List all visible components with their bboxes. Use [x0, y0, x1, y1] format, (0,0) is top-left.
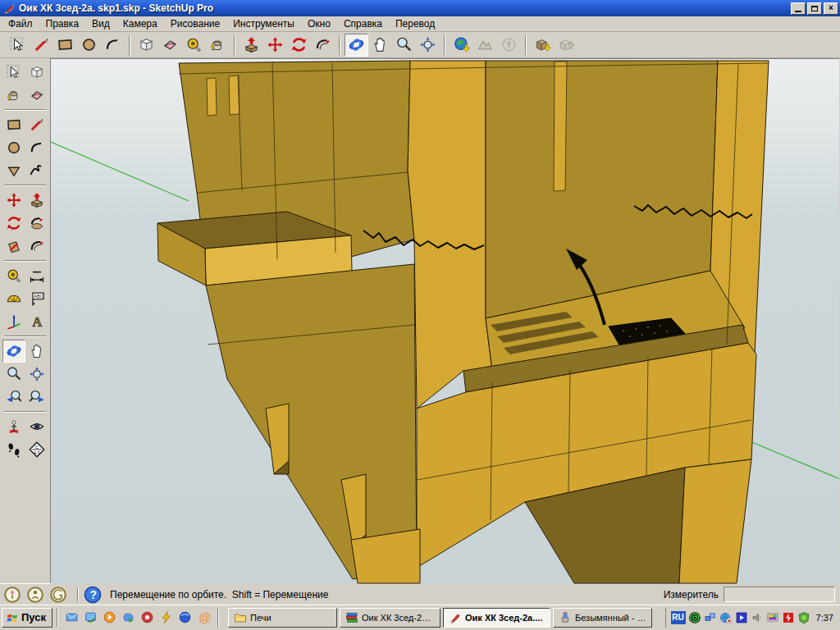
eraser-palette-button[interactable] [25, 84, 48, 107]
measurement-input[interactable] [724, 587, 835, 602]
text-palette-button[interactable]: ABC [25, 287, 48, 310]
zoom-previous-palette-button[interactable] [2, 386, 25, 409]
zoom-icon [6, 366, 22, 382]
make-component-tool-button[interactable] [135, 34, 158, 57]
quicklaunch-messenger[interactable] [84, 610, 98, 624]
model-author-status-button[interactable] [26, 586, 44, 604]
language-indicator[interactable]: RU [671, 611, 686, 624]
taskbar-task-4[interactable]: Безымянный - Paint [553, 608, 652, 628]
arc-palette-button[interactable] [25, 136, 48, 159]
restore-icon [811, 6, 818, 11]
arc-tool-button[interactable] [101, 34, 125, 57]
tray-blue-play[interactable] [735, 611, 748, 624]
claim-credit-status-button[interactable] [3, 586, 21, 604]
walk-palette-button[interactable] [2, 438, 25, 461]
menu-2[interactable]: Правка [39, 16, 86, 31]
restore-button[interactable] [807, 2, 822, 15]
protractor-palette-button[interactable] [2, 287, 25, 310]
pan-palette-button[interactable] [25, 340, 48, 363]
quicklaunch-outlook-express[interactable] [65, 610, 79, 624]
tray-globe-offline[interactable] [719, 611, 733, 624]
offset-tool-button[interactable] [311, 34, 335, 57]
paint-bucket-tool-button[interactable] [206, 34, 230, 57]
push-pull-palette-button[interactable] [25, 189, 48, 212]
clock: 7:37 [813, 613, 838, 623]
circle-palette-button[interactable] [2, 136, 25, 159]
line-palette-button[interactable] [25, 113, 48, 136]
help-icon[interactable]: ? [84, 586, 102, 604]
toggle-terrain-tool-button[interactable] [473, 34, 497, 57]
position-camera-palette-button[interactable] [2, 415, 25, 438]
select-palette-button[interactable] [2, 61, 25, 84]
model-viewport[interactable] [51, 58, 839, 583]
taskbar-task-3[interactable]: Оик ХК 3сед-2а.... [443, 608, 550, 628]
taskbar-task-1[interactable]: Печи [228, 608, 337, 628]
rectangle-palette-button[interactable] [2, 113, 25, 136]
quicklaunch-media-player[interactable] [103, 610, 116, 624]
paint-bucket-palette-button[interactable] [2, 84, 25, 107]
tray-red-lightning[interactable] [782, 611, 795, 624]
minimize-button[interactable] [791, 2, 806, 15]
taskbar-task-2[interactable]: Оик ХК 3сед-2а. ... [340, 608, 441, 628]
circle-tool-button[interactable] [77, 34, 101, 57]
tape-measure-tool-button[interactable] [182, 34, 206, 57]
push-pull-tool-button[interactable] [240, 34, 263, 57]
tape-measure-palette-button[interactable] [2, 264, 25, 287]
select-tool-button[interactable] [6, 34, 30, 57]
system-tray: RU 7:37 [665, 608, 838, 628]
tray-spiral-green[interactable] [688, 611, 701, 624]
section-plane-palette-button[interactable]: CA-5 [25, 438, 48, 461]
start-button[interactable]: Пуск [2, 608, 52, 628]
menu-6[interactable]: Инструменты [226, 16, 301, 31]
menu-3[interactable]: Вид [85, 16, 116, 31]
place-model-tool-button[interactable] [497, 34, 521, 57]
quicklaunch-mail-at[interactable]: @ [197, 610, 211, 624]
orbit-tool-button[interactable] [345, 34, 368, 57]
eraser-tool-button[interactable] [158, 34, 182, 57]
freehand-palette-button[interactable] [25, 159, 48, 182]
move-palette-button[interactable] [2, 189, 25, 212]
rectangle-tool-button[interactable] [53, 34, 77, 57]
make-component-palette-button[interactable] [25, 61, 48, 84]
tray-volume[interactable] [751, 611, 764, 624]
quicklaunch-blue-globe-app[interactable] [178, 610, 192, 624]
quicklaunch-red-app[interactable] [140, 610, 154, 624]
tray-antivirus-shield[interactable] [797, 611, 810, 624]
get-current-view-tool-button[interactable] [450, 34, 473, 57]
orbit-palette-button[interactable] [2, 340, 25, 363]
rotate-tool-button[interactable] [287, 34, 311, 57]
close-button[interactable]: × [824, 2, 838, 15]
quicklaunch-lightning-app[interactable] [159, 610, 173, 624]
geo-location-status-button[interactable] [49, 586, 67, 604]
line-tool-button[interactable] [30, 34, 53, 57]
look-around-palette-button[interactable] [25, 415, 48, 438]
axes-palette-button[interactable] [2, 310, 25, 333]
menu-4[interactable]: Камера [116, 16, 164, 31]
offset-palette-button[interactable] [25, 235, 48, 258]
menu-1[interactable]: Файл [2, 16, 39, 31]
zoom-extents-palette-button[interactable] [25, 363, 48, 386]
menu-8[interactable]: Справка [337, 16, 389, 31]
quicklaunch-cloud-player[interactable] [121, 610, 135, 624]
share-models-tool-button[interactable] [555, 34, 578, 57]
zoom-palette-button[interactable] [2, 363, 25, 386]
get-models-tool-button[interactable] [531, 34, 555, 57]
claim-credit-icon [3, 586, 21, 604]
menu-5[interactable]: Рисование [164, 16, 226, 31]
rotate-palette-button[interactable] [2, 212, 25, 235]
move-tool-button[interactable] [263, 34, 287, 57]
tray-display-settings[interactable] [766, 611, 779, 624]
menu-7[interactable]: Окно [301, 16, 337, 31]
zoom-extents-tool-button[interactable] [416, 34, 440, 57]
tray-network-windows[interactable] [704, 611, 717, 624]
polygon-palette-button[interactable] [2, 159, 25, 182]
zoom-tool-button[interactable] [392, 34, 416, 57]
pan-tool-button[interactable] [368, 34, 392, 57]
line-icon [33, 36, 50, 53]
dimension-palette-button[interactable] [25, 264, 48, 287]
scale-palette-button[interactable] [2, 235, 25, 258]
zoom-next-palette-button[interactable] [25, 386, 48, 409]
follow-me-palette-button[interactable] [25, 212, 48, 235]
3d-text-palette-button[interactable]: A [25, 310, 48, 333]
menu-9[interactable]: Перевод [389, 16, 441, 31]
